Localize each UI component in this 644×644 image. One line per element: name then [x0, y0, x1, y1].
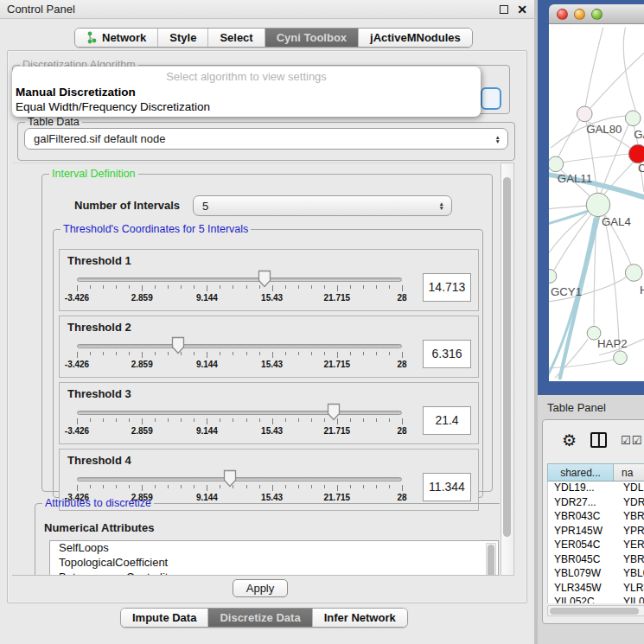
tick-mark: [285, 485, 286, 488]
tick-mark: [77, 418, 78, 424]
float-icon[interactable]: [500, 5, 508, 14]
slider-knob[interactable]: [327, 403, 341, 424]
network-node[interactable]: [614, 351, 628, 365]
network-node[interactable]: [586, 193, 610, 217]
split-columns-icon[interactable]: [590, 432, 607, 448]
tick-label: -3.426: [65, 293, 89, 303]
close-icon[interactable]: ✕: [517, 5, 527, 14]
tick-mark: [376, 285, 377, 289]
attribute-item-selfloops[interactable]: SelfLoops: [50, 541, 498, 556]
table-row[interactable]: YLR345WYLR3: [548, 582, 644, 596]
tick-mark: [155, 352, 156, 355]
tab-infer-network[interactable]: Infer Network: [312, 609, 407, 627]
algorithm-option-equal-width-frequency-discretization[interactable]: Equal Width/Frequency Discretization: [12, 100, 481, 115]
table-row[interactable]: YBR045CYBR0: [548, 553, 644, 568]
attribute-item-topologicalcoefficient[interactable]: TopologicalCoefficient: [50, 556, 498, 571]
tick-mark: [402, 485, 403, 491]
attribute-item-betweennesscentrality[interactable]: BetweennessCentrality: [50, 571, 498, 576]
threshold-slider-2[interactable]: -3.4262.8599.14415.4321.71528: [67, 334, 412, 373]
table-row[interactable]: YPR145WYPR1: [548, 525, 644, 539]
tick-mark: [220, 485, 220, 488]
tick-mark: [324, 352, 325, 355]
settings-scrollbar-thumb[interactable]: [503, 177, 511, 537]
tab-jactivemnodules[interactable]: jActiveMNodules: [358, 29, 472, 47]
threshold-value-field[interactable]: 21.4: [423, 406, 471, 435]
attributes-group: Attributes to discretize Numerical Attri…: [35, 497, 500, 576]
tab-network[interactable]: Network: [75, 29, 157, 47]
tick-mark: [350, 285, 351, 289]
zoom-traffic-light-icon[interactable]: [591, 9, 603, 20]
tab-style[interactable]: Style: [157, 29, 207, 47]
network-node[interactable]: [549, 156, 564, 172]
algorithm-option-manual-discretization[interactable]: Manual Discretization: [12, 86, 481, 100]
table-horizontal-scrollbar[interactable]: [547, 605, 644, 616]
tick-label: 2.859: [131, 293, 153, 303]
tick-mark: [272, 485, 273, 491]
threshold-slider-row: -3.4262.8599.14415.4321.7152814.713: [60, 267, 478, 307]
interval-definition-group: Interval Definition Number of Intervals …: [41, 168, 493, 492]
tab-select[interactable]: Select: [207, 29, 264, 47]
minimize-traffic-light-icon[interactable]: [574, 9, 585, 20]
table-row[interactable]: YBR043CYBR0: [548, 510, 644, 525]
tick-mark: [350, 485, 351, 488]
tick-mark: [272, 418, 273, 424]
table-row[interactable]: YIL052CYIL0: [548, 596, 644, 603]
checkboxes-icon[interactable]: ☑☑: [621, 434, 642, 447]
cell-shared-name: YLR345W: [548, 582, 614, 596]
tab-discretize-data[interactable]: Discretize Data: [207, 609, 311, 627]
number-of-intervals-spinner[interactable]: 5 ▲▼: [193, 195, 452, 216]
network-window-titlebar[interactable]: [549, 4, 644, 24]
tick-mark: [337, 352, 338, 358]
table-panel-body: ⚙ ☑☑ shared... na YDL19...YDL1YDR27...YD…: [542, 419, 644, 624]
close-traffic-light-icon[interactable]: [557, 9, 568, 20]
tick-mark: [246, 418, 247, 422]
node-label-ga: GA: [634, 128, 644, 141]
slider-knob[interactable]: [223, 469, 237, 491]
table-row[interactable]: YER054CYER0: [548, 539, 644, 553]
table-row[interactable]: YDL19...YDL1: [548, 481, 644, 496]
tick-mark: [142, 485, 143, 491]
column-header-name[interactable]: na: [614, 464, 644, 481]
algorithm-placeholder-option[interactable]: Select algorithm to view settings: [12, 70, 481, 86]
tick-mark: [168, 352, 169, 355]
network-node[interactable]: [625, 265, 642, 282]
table-row[interactable]: YDR27...YDR2: [548, 496, 644, 511]
tick-mark: [155, 285, 156, 289]
network-node[interactable]: [577, 106, 592, 122]
threshold-value-field[interactable]: 6.316: [423, 340, 471, 368]
threshold-slider-1[interactable]: -3.4262.8599.14415.4321.71528: [67, 267, 412, 307]
tick-mark: [324, 285, 325, 289]
node-label-gal80: GAL80: [586, 123, 622, 136]
tick-mark: [194, 352, 194, 355]
slider-knob[interactable]: [171, 336, 185, 358]
tick-mark: [181, 418, 182, 422]
cell-name: YBL0: [614, 567, 644, 582]
network-node[interactable]: [628, 144, 644, 163]
attributes-list-scrollbar[interactable]: [486, 543, 496, 576]
tab-cyni-toolbox[interactable]: Cyni Toolbox: [265, 29, 358, 47]
threshold-value-field[interactable]: 14.713: [423, 273, 471, 302]
network-graph: GAL80GAGAL11CGAL4GCY1HHAP2: [549, 24, 644, 381]
table-data-combobox[interactable]: galFiltered.sif default node ▲▼: [24, 128, 508, 150]
gear-icon[interactable]: ⚙: [562, 432, 577, 449]
slider-knob[interactable]: [258, 270, 271, 291]
column-header-shared-name[interactable]: shared...: [548, 464, 614, 481]
tick-mark: [116, 418, 117, 422]
network-node[interactable]: [625, 111, 641, 126]
numerical-attributes-list: SelfLoopsTopologicalCoefficientBetweenne…: [49, 540, 499, 576]
network-node[interactable]: [549, 270, 557, 284]
slider-scale: -3.4262.8599.14415.4321.71528: [77, 400, 402, 440]
table-hscrollbar-thumb[interactable]: [550, 608, 639, 615]
network-canvas[interactable]: GAL80GAGAL11CGAL4GCY1HHAP2: [549, 24, 644, 381]
tick-mark: [298, 485, 299, 488]
table-row[interactable]: YBL079WYBL0: [548, 567, 644, 582]
apply-button[interactable]: Apply: [233, 579, 288, 597]
cell-name: YER0: [614, 539, 644, 553]
tick-mark: [285, 285, 286, 289]
settings-scrollbar[interactable]: [501, 163, 514, 576]
tick-mark: [233, 352, 233, 355]
threshold-slider-3[interactable]: -3.4262.8599.14415.4321.71528: [67, 400, 412, 440]
tab-label: Discretize Data: [220, 611, 300, 624]
algorithm-combobox[interactable]: [481, 87, 501, 110]
tab-impute-data[interactable]: Impute Data: [121, 609, 207, 627]
